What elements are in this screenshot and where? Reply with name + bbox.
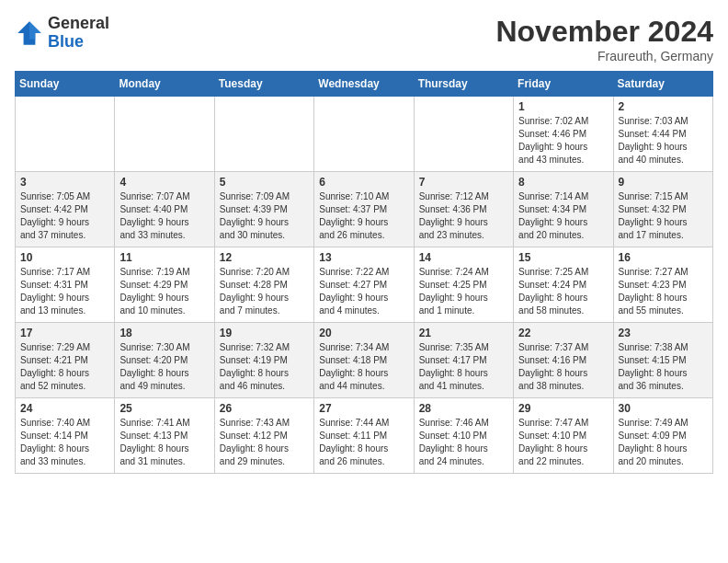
calendar-cell: 19Sunrise: 7:32 AM Sunset: 4:19 PM Dayli… [214, 323, 313, 398]
day-number: 5 [220, 176, 309, 189]
header-saturday: Saturday [613, 72, 712, 97]
calendar-cell: 9Sunrise: 7:15 AM Sunset: 4:32 PM Daylig… [613, 172, 712, 247]
calendar-cell: 5Sunrise: 7:09 AM Sunset: 4:39 PM Daylig… [214, 172, 313, 247]
calendar-cell: 11Sunrise: 7:19 AM Sunset: 4:29 PM Dayli… [115, 247, 214, 323]
day-number: 26 [220, 402, 309, 415]
day-number: 23 [619, 327, 708, 339]
calendar-cell: 7Sunrise: 7:12 AM Sunset: 4:36 PM Daylig… [414, 172, 513, 247]
day-number: 10 [20, 251, 109, 264]
calendar-cell: 1Sunrise: 7:02 AM Sunset: 4:46 PM Daylig… [514, 97, 613, 172]
day-number: 17 [20, 327, 109, 339]
calendar-cell: 17Sunrise: 7:29 AM Sunset: 4:21 PM Dayli… [16, 323, 115, 398]
day-info: Sunrise: 7:19 AM Sunset: 4:29 PM Dayligh… [119, 266, 209, 317]
calendar-week-row: 1Sunrise: 7:02 AM Sunset: 4:46 PM Daylig… [16, 97, 713, 172]
header-thursday: Thursday [414, 72, 513, 97]
calendar-cell: 28Sunrise: 7:46 AM Sunset: 4:10 PM Dayli… [414, 398, 513, 474]
calendar-table: SundayMondayTuesdayWednesdayThursdayFrid… [15, 71, 713, 474]
calendar-week-row: 10Sunrise: 7:17 AM Sunset: 4:31 PM Dayli… [16, 247, 713, 323]
day-number: 27 [319, 402, 408, 415]
day-number: 19 [220, 327, 309, 339]
day-info: Sunrise: 7:46 AM Sunset: 4:10 PM Dayligh… [419, 417, 508, 468]
day-number: 11 [119, 251, 209, 264]
calendar-cell: 18Sunrise: 7:30 AM Sunset: 4:20 PM Dayli… [115, 323, 214, 398]
day-info: Sunrise: 7:41 AM Sunset: 4:13 PM Dayligh… [119, 417, 209, 468]
day-number: 16 [619, 251, 708, 264]
day-info: Sunrise: 7:17 AM Sunset: 4:31 PM Dayligh… [20, 266, 109, 317]
calendar-cell [214, 97, 313, 172]
day-number: 18 [119, 327, 209, 339]
calendar-cell: 2Sunrise: 7:03 AM Sunset: 4:44 PM Daylig… [613, 97, 712, 172]
calendar-cell: 27Sunrise: 7:44 AM Sunset: 4:11 PM Dayli… [314, 398, 414, 474]
day-info: Sunrise: 7:34 AM Sunset: 4:18 PM Dayligh… [319, 341, 408, 393]
day-number: 28 [419, 402, 508, 415]
calendar-cell: 26Sunrise: 7:43 AM Sunset: 4:12 PM Dayli… [214, 398, 313, 474]
calendar-cell: 15Sunrise: 7:25 AM Sunset: 4:24 PM Dayli… [514, 247, 613, 323]
day-info: Sunrise: 7:05 AM Sunset: 4:42 PM Dayligh… [20, 190, 109, 242]
day-info: Sunrise: 7:02 AM Sunset: 4:46 PM Dayligh… [518, 115, 608, 167]
day-info: Sunrise: 7:35 AM Sunset: 4:17 PM Dayligh… [419, 341, 508, 393]
calendar-cell: 24Sunrise: 7:40 AM Sunset: 4:14 PM Dayli… [16, 398, 115, 474]
logo: General Blue [15, 15, 109, 52]
day-info: Sunrise: 7:37 AM Sunset: 4:16 PM Dayligh… [518, 341, 608, 393]
day-info: Sunrise: 7:38 AM Sunset: 4:15 PM Dayligh… [619, 341, 708, 393]
day-number: 29 [518, 402, 608, 415]
svg-marker-1 [29, 21, 41, 39]
logo-blue: Blue [48, 32, 84, 51]
logo-general: General [48, 14, 109, 32]
day-number: 14 [419, 251, 508, 264]
day-number: 20 [319, 327, 408, 339]
page-header: General Blue November 2024 Fraureuth, Ge… [15, 15, 713, 63]
calendar-cell [16, 97, 115, 172]
day-info: Sunrise: 7:10 AM Sunset: 4:37 PM Dayligh… [319, 190, 408, 242]
day-number: 8 [518, 176, 608, 189]
day-info: Sunrise: 7:44 AM Sunset: 4:11 PM Dayligh… [319, 417, 408, 468]
calendar-cell: 12Sunrise: 7:20 AM Sunset: 4:28 PM Dayli… [214, 247, 313, 323]
day-number: 25 [119, 402, 209, 415]
calendar-cell: 6Sunrise: 7:10 AM Sunset: 4:37 PM Daylig… [314, 172, 414, 247]
calendar-cell: 21Sunrise: 7:35 AM Sunset: 4:17 PM Dayli… [414, 323, 513, 398]
logo-text: General Blue [48, 15, 109, 52]
calendar-cell [414, 97, 513, 172]
day-info: Sunrise: 7:22 AM Sunset: 4:27 PM Dayligh… [319, 266, 408, 317]
header-friday: Friday [514, 72, 613, 97]
day-number: 6 [319, 176, 408, 189]
day-info: Sunrise: 7:20 AM Sunset: 4:28 PM Dayligh… [220, 266, 309, 317]
day-info: Sunrise: 7:12 AM Sunset: 4:36 PM Dayligh… [419, 190, 508, 242]
title-block: November 2024 Fraureuth, Germany [495, 15, 713, 63]
header-wednesday: Wednesday [314, 72, 414, 97]
day-info: Sunrise: 7:29 AM Sunset: 4:21 PM Dayligh… [20, 341, 109, 393]
day-info: Sunrise: 7:14 AM Sunset: 4:34 PM Dayligh… [518, 190, 608, 242]
logo-icon [15, 18, 44, 48]
calendar-week-row: 3Sunrise: 7:05 AM Sunset: 4:42 PM Daylig… [16, 172, 713, 247]
day-number: 12 [220, 251, 309, 264]
day-info: Sunrise: 7:47 AM Sunset: 4:10 PM Dayligh… [518, 417, 608, 468]
location: Fraureuth, Germany [495, 49, 713, 63]
header-monday: Monday [115, 72, 214, 97]
calendar-cell: 4Sunrise: 7:07 AM Sunset: 4:40 PM Daylig… [115, 172, 214, 247]
day-info: Sunrise: 7:09 AM Sunset: 4:39 PM Dayligh… [220, 190, 309, 242]
calendar-cell [314, 97, 414, 172]
calendar-cell: 22Sunrise: 7:37 AM Sunset: 4:16 PM Dayli… [514, 323, 613, 398]
calendar-cell: 25Sunrise: 7:41 AM Sunset: 4:13 PM Dayli… [115, 398, 214, 474]
day-number: 1 [518, 100, 608, 113]
day-info: Sunrise: 7:40 AM Sunset: 4:14 PM Dayligh… [20, 417, 109, 468]
day-info: Sunrise: 7:03 AM Sunset: 4:44 PM Dayligh… [619, 115, 708, 167]
day-info: Sunrise: 7:27 AM Sunset: 4:23 PM Dayligh… [619, 266, 708, 317]
calendar-cell [115, 97, 214, 172]
day-info: Sunrise: 7:49 AM Sunset: 4:09 PM Dayligh… [619, 417, 708, 468]
day-info: Sunrise: 7:32 AM Sunset: 4:19 PM Dayligh… [220, 341, 309, 393]
day-info: Sunrise: 7:24 AM Sunset: 4:25 PM Dayligh… [419, 266, 508, 317]
calendar-cell: 23Sunrise: 7:38 AM Sunset: 4:15 PM Dayli… [613, 323, 712, 398]
day-number: 24 [20, 402, 109, 415]
day-number: 15 [518, 251, 608, 264]
calendar-cell: 14Sunrise: 7:24 AM Sunset: 4:25 PM Dayli… [414, 247, 513, 323]
day-info: Sunrise: 7:43 AM Sunset: 4:12 PM Dayligh… [220, 417, 309, 468]
day-info: Sunrise: 7:30 AM Sunset: 4:20 PM Dayligh… [119, 341, 209, 393]
header-sunday: Sunday [16, 72, 115, 97]
calendar-cell: 16Sunrise: 7:27 AM Sunset: 4:23 PM Dayli… [613, 247, 712, 323]
day-info: Sunrise: 7:15 AM Sunset: 4:32 PM Dayligh… [619, 190, 708, 242]
calendar-cell: 30Sunrise: 7:49 AM Sunset: 4:09 PM Dayli… [613, 398, 712, 474]
calendar-cell: 8Sunrise: 7:14 AM Sunset: 4:34 PM Daylig… [514, 172, 613, 247]
calendar-cell: 29Sunrise: 7:47 AM Sunset: 4:10 PM Dayli… [514, 398, 613, 474]
calendar-cell: 3Sunrise: 7:05 AM Sunset: 4:42 PM Daylig… [16, 172, 115, 247]
